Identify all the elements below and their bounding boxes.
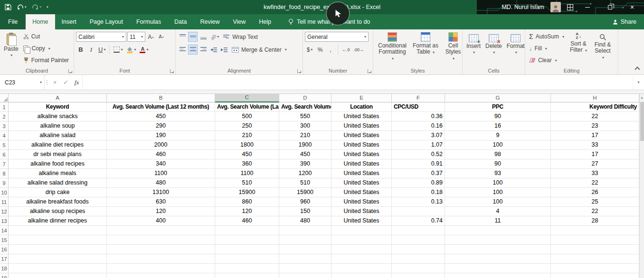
cell-A1[interactable]: Keyword <box>9 102 107 112</box>
close-button[interactable]: × <box>624 0 640 14</box>
cell-H16[interactable] <box>551 245 639 254</box>
undo-caret-icon[interactable]: ▾ <box>25 5 27 9</box>
sort-filter-button[interactable]: AZ↓ Sort & Filter ▾ <box>567 31 590 67</box>
borders-button[interactable]: ▾ <box>112 45 124 55</box>
cell-C19[interactable] <box>215 273 279 278</box>
row-header-13[interactable]: 13 <box>0 216 9 226</box>
cell-D4[interactable]: 210 <box>279 131 331 140</box>
expand-formula-bar-icon[interactable]: ▾ <box>633 75 644 90</box>
cell-F2[interactable]: 0.36 <box>392 112 445 121</box>
delete-cells-button[interactable]: × Delete ▾ <box>483 31 504 67</box>
cell-H19[interactable] <box>551 273 639 278</box>
cell-B19[interactable] <box>107 273 215 278</box>
cell-A3[interactable]: alkaline soup <box>9 121 107 131</box>
select-all-button[interactable] <box>0 94 9 102</box>
cell-H13[interactable]: 28 <box>551 216 639 226</box>
cell-G5[interactable]: 100 <box>445 140 551 150</box>
cell-D19[interactable] <box>279 273 331 278</box>
cell-A19[interactable] <box>9 273 107 278</box>
cell-B13[interactable]: 400 <box>107 216 215 226</box>
cell-C7[interactable]: 360 <box>215 159 279 169</box>
cell-G19[interactable] <box>445 273 551 278</box>
cell-E7[interactable]: United States <box>331 159 392 169</box>
cell-C15[interactable] <box>215 235 279 245</box>
cell-E16[interactable] <box>331 245 392 254</box>
collapse-ribbon-icon[interactable] <box>635 66 640 72</box>
cell-F13[interactable]: 0.74 <box>392 216 445 226</box>
cut-button[interactable]: Cut <box>21 31 71 42</box>
cell-H8[interactable]: 33 <box>551 169 639 178</box>
italic-button[interactable]: I <box>86 45 96 55</box>
cell-B2[interactable]: 450 <box>107 112 215 121</box>
row-header-18[interactable]: 18 <box>0 264 9 273</box>
row-header-1[interactable]: 1 <box>0 102 9 112</box>
cell-B3[interactable]: 290 <box>107 121 215 131</box>
underline-button[interactable]: U▾ <box>97 45 107 55</box>
clipboard-dialog-launcher-icon[interactable] <box>68 69 72 73</box>
cell-styles-button[interactable]: Cell Styles ▾ <box>442 31 464 67</box>
cell-H2[interactable]: 22 <box>551 112 639 121</box>
cell-E18[interactable] <box>331 264 392 273</box>
number-format-select[interactable]: General ▾ <box>305 32 369 42</box>
percent-style-button[interactable]: % <box>315 45 325 55</box>
cell-A7[interactable]: alkaline food recipes <box>9 159 107 169</box>
accounting-format-button[interactable]: $▾ <box>305 45 314 55</box>
cell-B8[interactable]: 1100 <box>107 169 215 178</box>
find-select-button[interactable]: Find & Select ▾ <box>591 31 615 67</box>
cell-B17[interactable] <box>107 254 215 264</box>
row-header-11[interactable]: 11 <box>0 197 9 207</box>
cell-C13[interactable]: 460 <box>215 216 279 226</box>
cell-D15[interactable] <box>279 235 331 245</box>
cell-G3[interactable]: 16 <box>445 121 551 131</box>
bold-button[interactable]: B <box>76 45 85 55</box>
cell-H11[interactable]: 25 <box>551 197 639 207</box>
cell-H7[interactable]: 27 <box>551 159 639 169</box>
cell-H17[interactable] <box>551 254 639 264</box>
cell-E4[interactable]: United States <box>331 131 392 140</box>
wrap-text-button[interactable]: Wrap Text <box>221 31 260 43</box>
align-center-button[interactable] <box>188 45 198 55</box>
cell-G11[interactable]: 100 <box>445 197 551 207</box>
cell-G17[interactable] <box>445 254 551 264</box>
row-header-2[interactable]: 2 <box>0 112 9 121</box>
cell-B1[interactable]: Avg. Search Volume (Last 12 months) <box>107 102 215 112</box>
cell-D17[interactable] <box>279 254 331 264</box>
paste-button[interactable]: Paste ▾ <box>2 31 20 67</box>
row-header-7[interactable]: 7 <box>0 159 9 169</box>
comma-style-button[interactable]: , <box>326 45 335 55</box>
cell-C10[interactable]: 15900 <box>215 188 279 197</box>
row-header-14[interactable]: 14 <box>0 226 9 235</box>
cell-F6[interactable]: 0.52 <box>392 150 445 159</box>
cell-H9[interactable]: 22 <box>551 178 639 188</box>
bottom-align-button[interactable] <box>199 32 208 42</box>
cell-A6[interactable]: dr sebi meal plans <box>9 150 107 159</box>
cell-G14[interactable] <box>445 226 551 235</box>
cell-H10[interactable]: 26 <box>551 188 639 197</box>
tab-page-layout[interactable]: Page Layout <box>83 14 130 29</box>
cell-C17[interactable] <box>215 254 279 264</box>
column-header-E[interactable]: E <box>331 94 392 102</box>
cell-A8[interactable]: alkaline meals <box>9 169 107 178</box>
cell-C16[interactable] <box>215 245 279 254</box>
column-header-C[interactable]: C <box>215 94 279 102</box>
restore-button[interactable] <box>602 0 618 14</box>
tab-help[interactable]: Help <box>252 14 278 29</box>
minimize-button[interactable] <box>579 0 596 14</box>
tab-file[interactable]: File <box>0 14 26 29</box>
cell-G9[interactable]: 100 <box>445 178 551 188</box>
cell-H18[interactable] <box>551 264 639 273</box>
row-header-5[interactable]: 5 <box>0 140 9 150</box>
cell-C12[interactable]: 120 <box>215 207 279 216</box>
formula-input[interactable] <box>82 75 633 90</box>
increase-font-size-button[interactable]: A▲ <box>146 32 156 42</box>
cell-C6[interactable]: 450 <box>215 150 279 159</box>
cell-F8[interactable]: 0.37 <box>392 169 445 178</box>
avatar[interactable] <box>550 2 561 12</box>
cell-E1[interactable]: Location <box>331 102 392 112</box>
row-header-17[interactable]: 17 <box>0 254 9 264</box>
name-box[interactable]: C23 ▾ <box>0 75 45 90</box>
row-header-12[interactable]: 12 <box>0 207 9 216</box>
cell-G6[interactable]: 98 <box>445 150 551 159</box>
cell-C8[interactable]: 1100 <box>215 169 279 178</box>
tab-home[interactable]: Home <box>26 14 55 29</box>
